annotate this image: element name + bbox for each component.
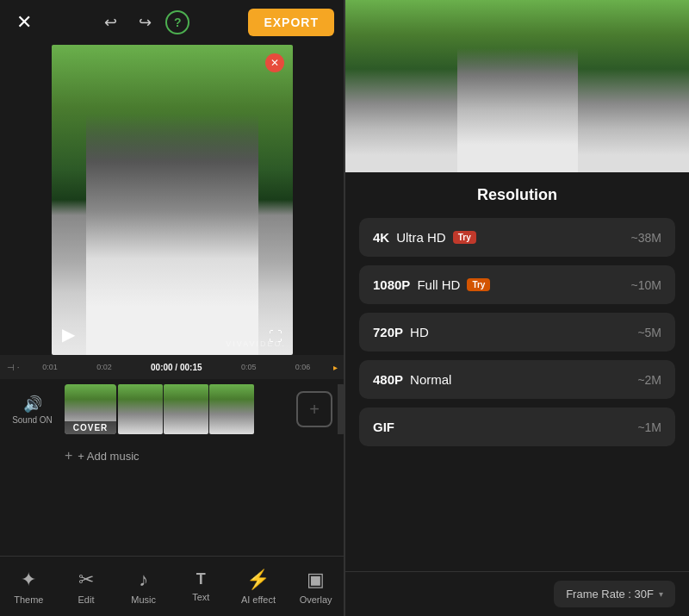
timeline-nav-left[interactable]: ⊣ · (7, 363, 20, 372)
edit-icon: ✂ (78, 569, 94, 591)
add-clip-button[interactable]: + (296, 391, 332, 427)
timeline-nav-right[interactable]: ▸ (333, 363, 338, 372)
music-icon: ♪ (139, 569, 148, 591)
cover-thumb: COVER (65, 384, 116, 434)
res-name-1080p: 1080P (373, 277, 410, 292)
sound-label: Sound ON (12, 415, 53, 425)
timeline-mark: 0:02 (96, 363, 112, 371)
ai-effect-label: AI effect (241, 594, 276, 605)
resolution-option-480p[interactable]: 480P Normal ~2M (359, 360, 675, 399)
delete-badge[interactable]: ✕ (265, 53, 284, 72)
ai-effect-icon: ⚡ (246, 569, 270, 591)
fullscreen-button[interactable]: ⛶ (269, 329, 282, 345)
undo-button[interactable]: ↩ (96, 9, 124, 36)
timeline-mark: 0:06 (295, 363, 311, 371)
chevron-down-icon: ▾ (659, 589, 663, 599)
frame-rate-label: Frame Rate : 30F (566, 588, 654, 600)
frame-rate-bar: Frame Rate : 30F ▾ (345, 571, 689, 616)
add-music-button[interactable]: + + Add music (65, 448, 140, 464)
res-size-720p: ~5M (637, 326, 661, 339)
delete-icon: ✕ (270, 57, 279, 69)
resolution-option-4k[interactable]: 4K Ultra HD Try ~38M (359, 218, 675, 257)
add-music-row: + + Add music (0, 439, 344, 472)
thumb-person (457, 34, 578, 172)
resolution-title: Resolution (359, 186, 675, 204)
redo-button[interactable]: ↪ (131, 9, 158, 36)
timeline-marks: 0:01 0:02 00:00 / 00:15 0:05 0:06 (20, 363, 333, 372)
top-bar: ✕ ↩ ↪ ? EXPORT (0, 0, 344, 45)
strip-frame (118, 384, 163, 434)
cover-label: COVER (65, 421, 116, 434)
res-desc-4k: Ultra HD (396, 230, 446, 245)
res-desc-480p: Normal (410, 372, 451, 387)
strip-frame (164, 384, 208, 434)
help-button[interactable]: ? (165, 10, 189, 34)
video-strip (118, 384, 291, 434)
res-size-480p: ~2M (637, 373, 661, 387)
nav-item-music[interactable]: ♪ Music (118, 569, 170, 605)
timeline-mark: 0:01 (42, 363, 58, 371)
try-badge-4k: Try (453, 231, 476, 244)
video-person (86, 114, 258, 355)
try-badge-1080p: Try (467, 278, 490, 291)
theme-label: Theme (14, 594, 43, 605)
export-button[interactable]: EXPORT (248, 9, 334, 36)
close-button[interactable]: ✕ (10, 9, 38, 36)
play-button[interactable]: ▶ (62, 324, 75, 345)
track-label-sound: 🔊 Sound ON (0, 395, 65, 425)
overlay-icon: ▣ (307, 569, 325, 591)
res-name-480p: 480P (373, 372, 403, 387)
nav-item-edit[interactable]: ✂ Edit (60, 569, 112, 605)
res-name-gif: GIF (373, 420, 394, 434)
add-music-plus-icon: + (65, 448, 72, 464)
music-label: Music (131, 594, 156, 605)
strip-frame (209, 384, 254, 434)
panel-divider (344, 0, 344, 616)
res-desc-1080p: Full HD (417, 277, 460, 292)
track-area: 🔊 Sound ON COVER + + (0, 379, 344, 556)
top-bar-controls: ↩ ↪ ? (96, 9, 189, 36)
add-music-label: + Add music (78, 450, 139, 463)
left-panel: ✕ ↩ ↪ ? EXPORT ✕ VIVAVIDEO. ▶ ⛶ ⊣ · 0:01… (0, 0, 344, 616)
theme-icon: ✦ (21, 569, 36, 591)
res-name-720p: 720P (373, 325, 403, 339)
cover-clip[interactable]: COVER (65, 384, 116, 434)
res-option-left: 480P Normal (373, 372, 451, 387)
nav-item-overlay[interactable]: ▣ Overlay (290, 569, 342, 605)
timeline-mark: 0:05 (241, 363, 257, 371)
overlay-label: Overlay (300, 594, 332, 605)
resolution-option-720p[interactable]: 720P HD ~5M (359, 313, 675, 352)
res-size-1080p: ~10M (631, 278, 661, 292)
resolution-section: Resolution 4K Ultra HD Try ~38M 1080P Fu… (345, 172, 689, 571)
track-clips: COVER + (65, 384, 344, 434)
edit-label: Edit (78, 594, 95, 605)
res-option-left: GIF (373, 420, 394, 434)
timecode: 00:00 / 00:15 (151, 363, 202, 372)
preview-thumbnail (345, 0, 689, 172)
res-option-left: 720P HD (373, 325, 429, 339)
res-option-left: 4K Ultra HD Try (373, 230, 476, 245)
nav-item-theme[interactable]: ✦ Theme (3, 569, 54, 605)
sound-icon: 🔊 (23, 395, 42, 414)
res-name-4k: 4K (373, 230, 389, 245)
res-option-left: 1080P Full HD Try (373, 277, 490, 292)
video-preview: ✕ VIVAVIDEO. ▶ ⛶ (52, 45, 293, 355)
bottom-nav: ✦ Theme ✂ Edit ♪ Music T Text ⚡ AI effec… (0, 556, 344, 616)
resolution-option-1080p[interactable]: 1080P Full HD Try ~10M (359, 265, 675, 304)
resolution-option-gif[interactable]: GIF ~1M (359, 408, 675, 446)
nav-item-ai-effect[interactable]: ⚡ AI effect (233, 569, 284, 605)
right-panel: Resolution 4K Ultra HD Try ~38M 1080P Fu… (344, 0, 689, 616)
res-desc-720p: HD (410, 325, 429, 339)
text-icon: T (196, 570, 206, 588)
timeline-bar[interactable]: ⊣ · 0:01 0:02 00:00 / 00:15 0:05 0:06 ▸ (0, 355, 344, 379)
res-size-gif: ~1M (637, 420, 661, 434)
res-size-4k: ~38M (631, 231, 661, 245)
text-label: Text (192, 592, 209, 602)
nav-item-text[interactable]: T Text (175, 570, 227, 602)
track-row-video: 🔊 Sound ON COVER + (0, 379, 344, 439)
frame-rate-button[interactable]: Frame Rate : 30F ▾ (554, 581, 675, 607)
